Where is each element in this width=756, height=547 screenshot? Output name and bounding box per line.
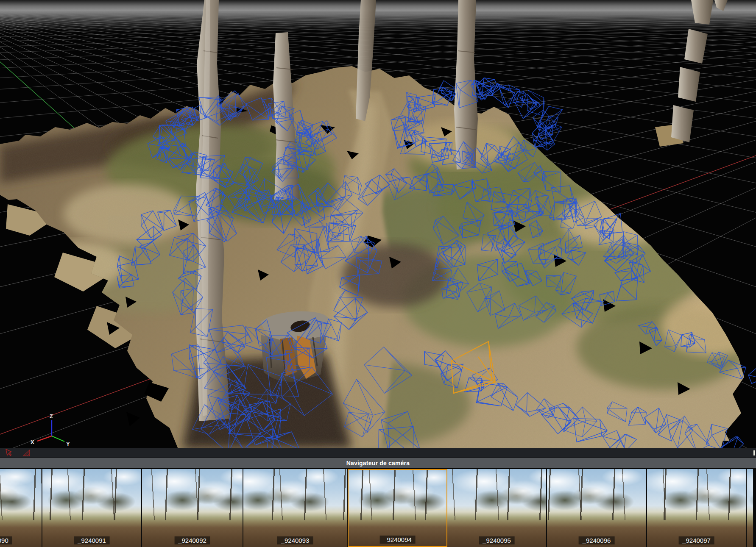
camera-navigator-header: Navigateur de caméra xyxy=(0,458,756,468)
camera-thumbnail[interactable]: _9240091 xyxy=(42,469,142,547)
3d-viewport[interactable]: Z X Y xyxy=(0,0,756,448)
thumbnail-trees xyxy=(142,469,243,520)
thumbnail-trees xyxy=(349,470,446,520)
scroll-indicator[interactable] xyxy=(753,450,755,455)
thumbnail-trees xyxy=(447,469,546,520)
axis-x-label: X xyxy=(31,439,34,445)
camera-thumbnail[interactable]: _9240097 xyxy=(647,469,747,547)
thumbnail-label: _9240095 xyxy=(479,536,515,544)
thumbnail-trees xyxy=(647,469,746,520)
thumbnail-label: _9240093 xyxy=(277,536,313,544)
thumbnail-label: _9240090 xyxy=(0,536,12,544)
photogrammetry-app: Z X Y Navigateur de caméra _9240090_9240… xyxy=(0,0,756,547)
camera-thumbnail[interactable]: _9240090 xyxy=(0,469,42,547)
camera-thumbnail[interactable]: _9240093 xyxy=(243,469,348,547)
thumbnail-trees xyxy=(747,469,753,520)
model-scene: Z X Y xyxy=(0,0,756,448)
viewport-toolbar xyxy=(0,448,756,458)
select-cursor-icon[interactable] xyxy=(4,449,13,457)
thumbnail-trees xyxy=(243,469,347,520)
thumbnail-trees xyxy=(42,469,141,520)
thumbnail-trees xyxy=(547,469,646,520)
angle-measure-icon[interactable] xyxy=(22,449,31,457)
thumbnail-trees xyxy=(0,469,42,520)
camera-thumbnail[interactable]: _9240094 xyxy=(348,469,447,547)
camera-filmstrip[interactable]: _9240090_9240091_9240092_9240093_9240094… xyxy=(0,469,756,547)
thumbnail-label: _9240094 xyxy=(379,536,416,544)
camera-navigator-title: Navigateur de caméra xyxy=(346,460,410,466)
thumbnail-label: _9240097 xyxy=(678,536,714,544)
thumbnail-label: _9240091 xyxy=(74,536,110,544)
camera-thumbnail[interactable]: _9240092 xyxy=(142,469,243,547)
camera-thumbnail[interactable] xyxy=(747,469,754,547)
axis-z-label: Z xyxy=(50,413,53,419)
thumbnail-label: _9240092 xyxy=(174,536,210,544)
axis-y-label: Y xyxy=(66,441,70,447)
camera-thumbnail[interactable]: _9240095 xyxy=(447,469,547,547)
camera-thumbnail[interactable]: _9240096 xyxy=(547,469,647,547)
thumbnail-label: _9240096 xyxy=(579,536,615,544)
